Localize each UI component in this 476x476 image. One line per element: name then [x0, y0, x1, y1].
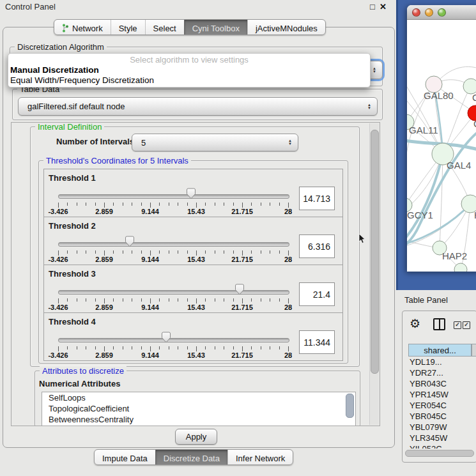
table-cell: YBL0	[472, 422, 476, 433]
combo-stepper-icon: ▲▼	[288, 139, 292, 146]
number-of-intervals-value: 5	[141, 134, 146, 151]
table-horizontal-scrollbar[interactable]	[405, 450, 474, 457]
tick-label: 21.715	[231, 208, 253, 215]
threshold-value-field[interactable]: 14.713	[299, 187, 335, 210]
table-row[interactable]: YIL052CYIL0	[408, 443, 476, 449]
table-row[interactable]: YBR043CYBR0	[408, 378, 476, 389]
tab-discretize-data-label: Discretize Data	[164, 454, 220, 463]
slider-tick	[233, 203, 234, 206]
slider-track[interactable]	[58, 338, 289, 342]
list-scrollbar[interactable]	[346, 394, 354, 418]
slider-tick	[251, 250, 252, 254]
slider-tick	[196, 346, 197, 351]
slider-tick	[132, 203, 132, 206]
slider-tick	[132, 298, 132, 302]
network-node[interactable]	[454, 263, 467, 272]
threshold-coordinates-title: Threshold's Coordinates for 5 Intervals	[43, 156, 191, 165]
slider-tick	[233, 298, 234, 302]
slider-tick	[123, 298, 123, 302]
table-row[interactable]: YDL19...YDL1	[408, 357, 476, 367]
table-column-header-na[interactable]: na	[472, 344, 476, 357]
table-cell: YLR345W	[408, 433, 472, 443]
slider-thumb[interactable]	[234, 284, 245, 296]
algorithm-option-equal-width-frequency-discretization[interactable]: Equal Width/Frequency Discretization	[10, 75, 369, 86]
attribute-list-item[interactable]: SelfLoops	[42, 392, 355, 403]
table-row[interactable]: YBR045CYBR0	[408, 411, 476, 422]
tab-style[interactable]: Style	[111, 20, 145, 35]
checkbox-checked-icon[interactable]: ✓	[463, 321, 470, 329]
slider-tick	[104, 298, 105, 303]
slider-track[interactable]	[58, 290, 289, 295]
network-node-label: GAL4	[447, 160, 471, 171]
combo-stepper-icon: ▲▼	[372, 67, 376, 73]
checkbox-checked-icon[interactable]: ✓	[454, 321, 461, 329]
slider-tick	[251, 346, 252, 349]
tick-label: 9.144	[141, 256, 159, 263]
traffic-light-zoom-icon[interactable]	[438, 8, 446, 17]
gear-icon[interactable]: ⚙	[410, 316, 420, 331]
table-column-header-shared-[interactable]: shared...	[408, 344, 472, 357]
slider-tick	[224, 203, 224, 206]
table-row[interactable]: YLR345WYLR3	[408, 433, 476, 443]
number-of-intervals-combobox[interactable]: 5 ▲▼	[132, 134, 298, 151]
tab-cyni-toolbox[interactable]: Cyni Toolbox	[184, 20, 247, 35]
slider-track[interactable]	[58, 194, 289, 199]
tick-label: 15.43	[187, 303, 205, 311]
tab-jactivemnodules[interactable]: jActiveMNodules	[247, 20, 325, 35]
number-of-intervals-label: Number of Intervals	[56, 137, 134, 146]
attribute-list-item[interactable]: BetweennessCentrality	[42, 414, 355, 425]
algorithm-option-manual-discretization[interactable]: Manual Discretization	[10, 65, 369, 75]
slider-thumb[interactable]	[186, 188, 196, 200]
network-icon	[62, 24, 69, 33]
threshold-value-field[interactable]: 21.4	[299, 282, 335, 306]
apply-button[interactable]: Apply	[175, 429, 217, 445]
attribute-list-item[interactable]: TopologicalCoefficient	[42, 403, 355, 414]
slider-tick	[159, 203, 160, 206]
attributes-group-title: Attributes to discretize	[40, 366, 127, 376]
table-row[interactable]: YPR145WYPR1	[408, 389, 476, 400]
slider-track[interactable]	[58, 242, 289, 247]
table-cell: YLR3	[472, 433, 476, 443]
float-window-icon[interactable]: □	[370, 2, 375, 12]
slider-tick	[113, 346, 114, 349]
tick-label: 28	[284, 351, 292, 359]
network-canvas[interactable]: GAL80GACGAL11GAL4HGCY1HAP2	[407, 20, 476, 272]
slider-tick	[58, 298, 59, 303]
tab-select[interactable]: Select	[145, 20, 184, 35]
tick-label: 15.43	[187, 256, 205, 263]
slider-tick	[205, 346, 206, 349]
columns-icon[interactable]	[433, 318, 445, 330]
table-row[interactable]: YDR27...YDR2	[408, 367, 476, 378]
slider-tick	[86, 250, 86, 254]
tab-impute-data[interactable]: Impute Data	[95, 450, 155, 464]
tick-label: 28	[284, 303, 292, 311]
threshold-value-field[interactable]: 11.344	[299, 330, 335, 354]
table-row[interactable]: YER054CYER0	[408, 400, 476, 411]
settings-scrollbar-track[interactable]	[369, 123, 379, 425]
slider-thumb[interactable]	[161, 332, 171, 344]
table-cell: YIL0	[472, 443, 476, 449]
tab-infer-network[interactable]: Infer Network	[227, 450, 293, 464]
traffic-light-minimize-icon[interactable]	[425, 8, 433, 17]
table-data-combobox-value: galFiltered.sif default node	[27, 98, 125, 115]
slider-tick	[141, 346, 142, 349]
slider-tick	[141, 203, 142, 206]
tab-network[interactable]: Network	[54, 20, 111, 35]
slider-tick	[215, 298, 215, 302]
settings-scrollbar-thumb[interactable]	[371, 130, 379, 374]
tick-label: 21.715	[231, 256, 253, 263]
combo-stepper-icon: ▲▼	[367, 104, 371, 110]
network-window-titlebar[interactable]	[407, 5, 476, 20]
slider-tick	[159, 346, 160, 349]
attributes-group: Attributes to discretize Numerical Attri…	[35, 371, 360, 426]
table-row[interactable]: YBL079WYBL0	[408, 422, 476, 433]
tab-discretize-data[interactable]: Discretize Data	[155, 450, 227, 464]
numerical-attributes-list[interactable]: SelfLoopsTopologicalCoefficientBetweenne…	[42, 392, 356, 426]
close-icon[interactable]: ✕	[380, 2, 387, 12]
traffic-light-close-icon[interactable]	[412, 8, 420, 17]
slider-tick	[270, 298, 270, 302]
threshold-value-field[interactable]: 6.316	[299, 234, 335, 258]
table-data-combobox[interactable]: galFiltered.sif default node ▲▼	[18, 97, 378, 116]
table-header-row: shared...na	[408, 344, 476, 357]
slider-thumb[interactable]	[125, 236, 135, 248]
